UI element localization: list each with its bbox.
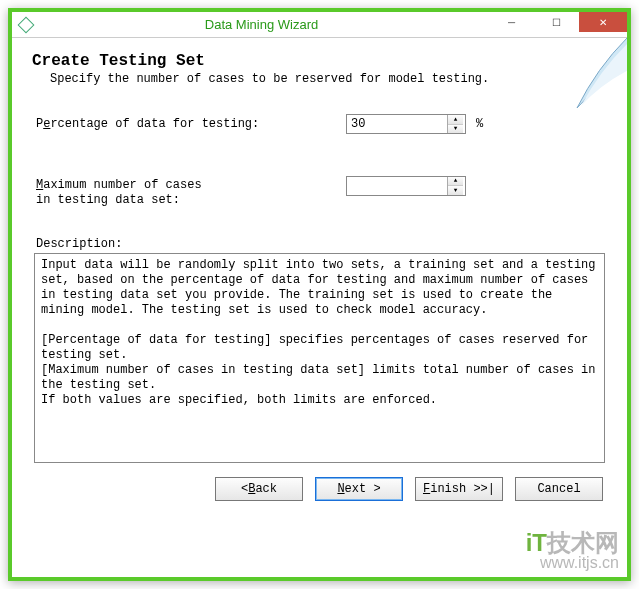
app-icon [18,17,34,33]
next-button[interactable]: Next > [315,477,403,501]
minimize-button[interactable]: ─ [489,12,534,32]
close-button[interactable]: ✕ [579,12,627,32]
maxcases-spinner: ▲ ▼ [346,176,466,196]
description-label: Description: [32,237,607,251]
window-title: Data Mining Wizard [34,17,489,32]
cancel-button[interactable]: Cancel [515,477,603,501]
maxcases-up-button[interactable]: ▲ [448,177,463,187]
percentage-down-button[interactable]: ▼ [448,125,463,134]
maxcases-row: Maximum number of cases in testing data … [32,164,607,207]
titlebar[interactable]: Data Mining Wizard ─ ☐ ✕ [12,12,627,38]
maxcases-down-button[interactable]: ▼ [448,186,463,195]
percentage-up-button[interactable]: ▲ [448,115,463,125]
back-button[interactable]: < Back [215,477,303,501]
description-textbox[interactable]: Input data will be randomly split into t… [34,253,605,463]
maxcases-label: Maximum number of cases in testing data … [36,164,346,207]
wizard-graphic [567,38,627,118]
window-controls: ─ ☐ ✕ [489,12,627,37]
percentage-label: Percentage of data for testing: [36,117,346,131]
page-title: Create Testing Set [32,52,607,70]
percentage-spinner: ▲ ▼ % [346,114,483,134]
percentage-row: Percentage of data for testing: ▲ ▼ % [32,114,607,134]
percentage-input[interactable] [347,115,447,133]
window-frame: Data Mining Wizard ─ ☐ ✕ Create Testing … [8,8,631,581]
percentage-unit: % [476,117,483,131]
finish-button[interactable]: Finish >>| [415,477,503,501]
client-area: Create Testing Set Specify the number of… [12,38,627,577]
button-row: < Back Next > Finish >>| Cancel [32,477,607,501]
watermark: iT技术网 www.itjs.cn [526,531,619,571]
page-subtitle: Specify the number of cases to be reserv… [50,72,607,86]
maximize-button[interactable]: ☐ [534,12,579,32]
maxcases-input[interactable] [347,177,447,195]
